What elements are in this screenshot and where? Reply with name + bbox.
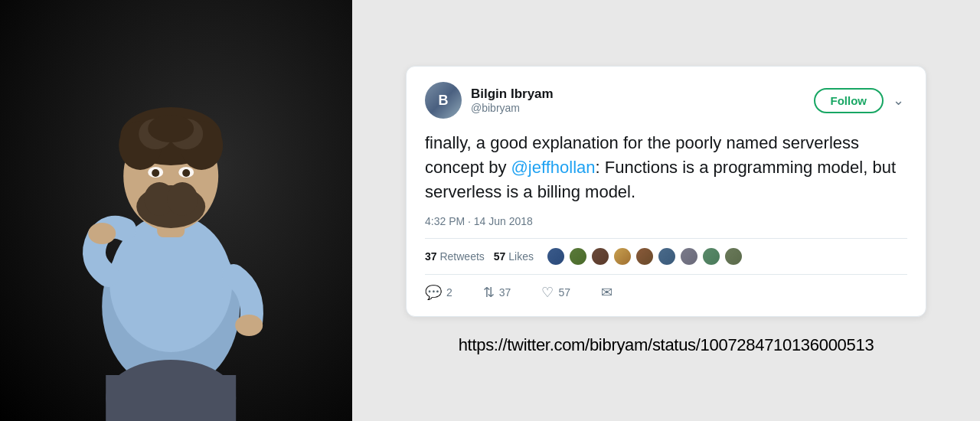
liker-avatar-4 [612, 246, 632, 266]
svg-point-12 [167, 182, 198, 216]
liker-avatar-2 [568, 246, 588, 266]
tweet-body: finally, a good explanation for the poor… [425, 131, 907, 204]
tweet-header-actions: Follow ⌄ [814, 88, 908, 113]
share-button[interactable]: ✉ [601, 284, 612, 301]
follow-button[interactable]: Follow [814, 88, 884, 113]
retweet-button[interactable]: ⇅ 37 [483, 284, 511, 301]
svg-point-16 [182, 169, 190, 177]
svg-point-18 [235, 315, 263, 336]
retweet-action-count: 37 [499, 286, 511, 299]
retweet-label: Retweets [439, 250, 484, 263]
svg-point-15 [152, 169, 159, 177]
liker-avatar-6 [657, 246, 677, 266]
tweet-stats-row: 37 Retweets 57 Likes [425, 238, 907, 275]
likes-stat: 57 Likes [494, 250, 534, 263]
liker-avatar-7 [679, 246, 699, 266]
liker-avatar-9 [724, 246, 743, 266]
user-name: Bilgin Ibryam [471, 86, 554, 102]
content-panel: B Bilgin Ibryam @bibryam Follow ⌄ finall… [352, 0, 980, 421]
tweet-header: B Bilgin Ibryam @bibryam Follow ⌄ [425, 82, 907, 119]
like-action-count: 57 [558, 286, 570, 299]
video-panel [0, 0, 352, 421]
envelope-icon: ✉ [601, 284, 612, 301]
url-display: https://twitter.com/bibryam/status/10072… [459, 335, 874, 355]
tweet-user-info: B Bilgin Ibryam @bibryam [425, 82, 554, 119]
liker-avatar-5 [635, 246, 655, 266]
tweet-mention[interactable]: @jeffhollan [511, 158, 596, 177]
retweet-count: 37 [425, 250, 437, 263]
reply-button[interactable]: 💬 2 [425, 284, 452, 301]
heart-icon: ♡ [541, 284, 554, 301]
likes-count: 57 [494, 250, 506, 263]
avatar: B [425, 82, 462, 119]
user-handle: @bibryam [471, 102, 554, 114]
retweet-stat: 37 Retweets [425, 250, 485, 263]
tweet-card: B Bilgin Ibryam @bibryam Follow ⌄ finall… [406, 66, 926, 317]
liker-avatar-3 [590, 246, 610, 266]
speaker-figure [41, 23, 301, 421]
liker-avatar-1 [546, 246, 566, 266]
reply-icon: 💬 [425, 284, 442, 301]
retweet-icon: ⇅ [483, 284, 495, 301]
likes-label: Likes [508, 250, 534, 263]
tweet-timestamp: 4:32 PM · 14 Jun 2018 [425, 215, 907, 227]
tweet-actions-row: 💬 2 ⇅ 37 ♡ 57 ✉ [425, 284, 907, 301]
svg-point-17 [88, 223, 116, 244]
liker-avatar-8 [701, 246, 721, 266]
svg-point-9 [148, 115, 194, 142]
svg-rect-20 [106, 375, 236, 421]
reply-count: 2 [446, 286, 452, 299]
user-details: Bilgin Ibryam @bibryam [471, 86, 554, 114]
likers-avatars [546, 246, 743, 266]
more-options-button[interactable]: ⌄ [890, 89, 907, 112]
like-button[interactable]: ♡ 57 [541, 284, 570, 301]
